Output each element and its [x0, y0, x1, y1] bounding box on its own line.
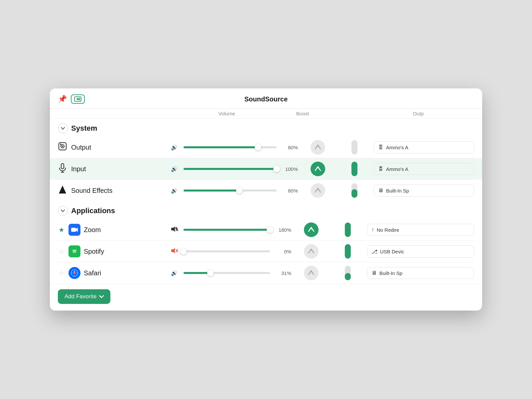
sound-effects-label: Sound Effects: [58, 185, 171, 196]
sound-effects-icon: [58, 185, 67, 196]
input-boost-button[interactable]: [311, 162, 325, 176]
spotify-device-name: USB Devic: [380, 249, 404, 254]
safari-label: ☆ Safari: [58, 267, 171, 279]
zoom-app-icon: [68, 224, 80, 236]
app-title: SoundSource: [244, 95, 288, 103]
input-device-area: 🎛 Ammo's A: [371, 163, 474, 175]
zoom-row: ★ Zoom: [50, 219, 482, 240]
spotify-boost-area: [291, 244, 331, 259]
input-row: Input 🔊 100% �: [50, 158, 482, 180]
spotify-boost-bar-area: [331, 244, 364, 259]
input-label: Input: [58, 163, 171, 175]
zoom-volume-slider[interactable]: [184, 229, 270, 231]
add-favorite-label: Add Favorite: [65, 293, 96, 300]
input-device-icon: 🎛: [378, 166, 383, 172]
zoom-device-selector[interactable]: ↑ No Redire: [367, 224, 474, 236]
safari-volume-area: 🔊 31%: [171, 270, 291, 276]
output-device-name: Ammo's A: [386, 145, 408, 150]
svg-marker-13: [76, 228, 78, 232]
safari-device-area: 🖥 Built-In Sp: [364, 267, 474, 279]
svg-rect-8: [61, 164, 64, 169]
safari-favorite-star[interactable]: ☆: [58, 269, 65, 277]
spotify-volume-icon: [171, 248, 179, 255]
zoom-volume-area: 180%: [171, 226, 291, 233]
zoom-volume-icon: [171, 226, 179, 233]
spotify-volume-pct: 0%: [275, 249, 291, 254]
safari-boost-button[interactable]: [304, 266, 319, 280]
spotify-app-name: Spotify: [84, 248, 104, 255]
sound-effects-volume-pct: 80%: [281, 188, 298, 194]
output-device-icon: 🎛: [378, 144, 383, 150]
input-name: Input: [71, 165, 86, 173]
title-bar-left: 📌: [58, 94, 85, 104]
spotify-boost-button[interactable]: [304, 244, 319, 259]
safari-volume-icon: 🔊: [171, 270, 179, 276]
safari-boost-bar-area: [331, 266, 364, 280]
input-volume-area: 🔊 100%: [171, 166, 298, 172]
zoom-boost-area: [291, 222, 331, 237]
svg-rect-3: [78, 98, 79, 100]
safari-device-icon: 🖥: [371, 270, 377, 276]
safari-device-selector[interactable]: 🖥 Built-In Sp: [367, 267, 474, 279]
svg-rect-2: [79, 98, 80, 100]
sound-effects-device-area: 🖥 Built-In Sp: [371, 185, 474, 197]
safari-app-icon: [68, 267, 80, 279]
system-section-header: System: [50, 119, 482, 137]
input-volume-pct: 100%: [281, 166, 298, 172]
sound-effects-volume-icon: 🔊: [171, 188, 179, 194]
spotify-row: ☆ Spotify: [50, 241, 482, 262]
applications-collapse-button[interactable]: [58, 206, 68, 216]
safari-device-name: Built-In Sp: [379, 270, 402, 276]
zoom-label: ★ Zoom: [58, 224, 171, 236]
output-boost-bar-area: [338, 140, 371, 155]
sound-effects-volume-slider[interactable]: [184, 190, 277, 192]
input-device-selector[interactable]: 🎛 Ammo's A: [374, 163, 474, 175]
output-volume-pct: 80%: [281, 145, 298, 150]
svg-marker-20: [171, 248, 175, 253]
zoom-device-icon: ↑: [371, 227, 374, 233]
output-volume-icon: 🔊: [171, 144, 179, 151]
zoom-device-name: No Redire: [377, 227, 399, 233]
input-boost-bar-area: [338, 162, 371, 176]
spotify-favorite-star[interactable]: ☆: [58, 247, 65, 255]
zoom-favorite-star[interactable]: ★: [58, 226, 65, 234]
output-volume-slider[interactable]: [184, 146, 277, 148]
applications-section-header: Applications: [50, 201, 482, 219]
svg-marker-14: [171, 226, 175, 232]
spotify-app-icon: [68, 245, 80, 257]
spotify-device-icon: ⎇: [371, 248, 377, 255]
sound-effects-boost-button[interactable]: [311, 183, 325, 198]
sound-effects-boost-bar-area: [338, 183, 371, 198]
add-favorite-button[interactable]: Add Favorite: [58, 289, 110, 304]
output-boost-button[interactable]: [311, 140, 325, 155]
sound-effects-device-selector[interactable]: 🖥 Built-In Sp: [374, 185, 474, 197]
output-icon: [58, 142, 67, 153]
spotify-label: ☆ Spotify: [58, 245, 171, 257]
input-device-name: Ammo's A: [386, 166, 408, 172]
output-row: Output 🔊 80% �: [50, 137, 482, 158]
column-headers: Volume Boost Outp: [50, 109, 482, 119]
volume-column-header: Volume: [171, 111, 283, 116]
spotify-volume-slider[interactable]: [184, 250, 270, 252]
svg-point-6: [62, 146, 63, 147]
system-collapse-button[interactable]: [58, 123, 68, 133]
output-device-area: 🎛 Ammo's A: [371, 141, 474, 153]
sound-effects-boost-area: [298, 183, 338, 198]
sound-effects-volume-area: 🔊 80%: [171, 188, 298, 194]
spotify-device-selector[interactable]: ⎇ USB Devic: [367, 245, 474, 258]
output-device-selector[interactable]: 🎛 Ammo's A: [374, 141, 474, 153]
zoom-app-name: Zoom: [84, 226, 101, 234]
boost-column-header: Boost: [283, 111, 323, 116]
output-name: Output: [71, 144, 91, 151]
applications-section-title: Applications: [71, 206, 115, 215]
bottom-bar: Add Favorite: [50, 284, 482, 311]
zoom-boost-bar: [345, 222, 351, 237]
input-volume-slider[interactable]: [184, 168, 277, 170]
safari-volume-pct: 31%: [275, 270, 291, 276]
svg-rect-7: [60, 144, 61, 145]
output-boost-bar: [351, 140, 357, 155]
spotify-device-area: ⎇ USB Devic: [364, 245, 474, 258]
safari-volume-slider[interactable]: [184, 272, 270, 274]
zoom-boost-button[interactable]: [304, 222, 319, 237]
media-button[interactable]: [71, 94, 85, 104]
